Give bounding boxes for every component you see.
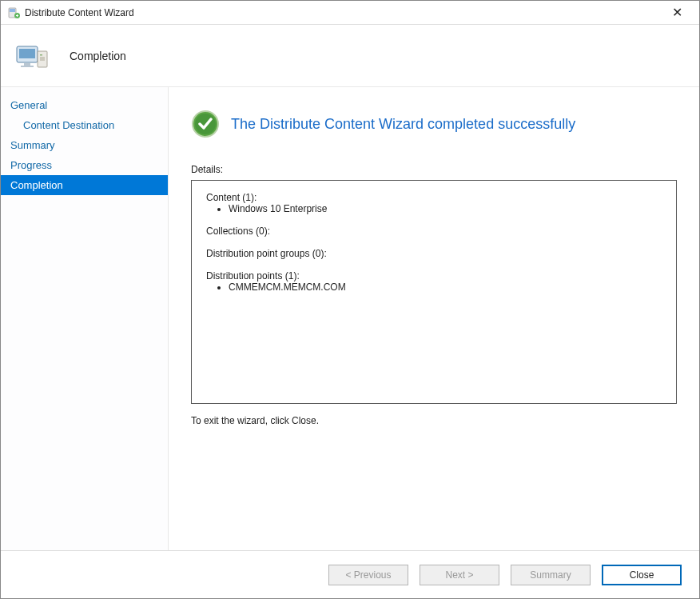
close-icon[interactable]: ✕	[661, 5, 693, 20]
main-panel: The Distribute Content Wizard completed …	[169, 87, 699, 550]
success-banner: The Distribute Content Wizard completed …	[191, 110, 677, 138]
svg-rect-5	[24, 63, 30, 66]
app-icon	[7, 6, 20, 19]
next-button: Next >	[420, 565, 499, 585]
details-dps-title: Distribution points (1):	[206, 270, 662, 282]
details-content-title: Content (1):	[206, 192, 662, 203]
details-collections-group: Collections (0):	[206, 226, 662, 237]
sidebar-item-progress[interactable]: Progress	[1, 155, 168, 175]
wizard-header: Completion	[1, 25, 699, 87]
titlebar: Distribute Content Wizard ✕	[1, 1, 699, 25]
wizard-window: Distribute Content Wizard ✕ Completion G…	[0, 0, 700, 599]
check-circle-icon	[191, 110, 220, 138]
svg-rect-4	[19, 49, 35, 58]
exit-hint: To exit the wizard, click Close.	[191, 415, 677, 426]
svg-rect-8	[40, 54, 42, 56]
close-button[interactable]: Close	[602, 565, 682, 585]
wizard-body: General Content Destination Summary Prog…	[1, 87, 699, 550]
window-title: Distribute Content Wizard	[25, 7, 134, 18]
details-content-group: Content (1): Windows 10 Enterprise	[206, 192, 662, 214]
details-collections-title: Collections (0):	[206, 226, 662, 237]
details-dps-item: CMMEMCM.MEMCM.COM	[229, 282, 662, 293]
previous-button: < Previous	[328, 565, 408, 585]
details-content-item: Windows 10 Enterprise	[229, 203, 662, 214]
svg-rect-1	[10, 9, 15, 12]
sidebar-item-summary[interactable]: Summary	[1, 135, 168, 155]
sidebar-item-general[interactable]: General	[1, 95, 168, 115]
details-dpgroups-group: Distribution point groups (0):	[206, 248, 662, 259]
details-dps-group: Distribution points (1): CMMEMCM.MEMCM.C…	[206, 270, 662, 293]
sidebar-item-completion[interactable]: Completion	[1, 175, 168, 195]
svg-rect-9	[40, 57, 45, 61]
details-dpgroups-title: Distribution point groups (0):	[206, 248, 662, 259]
page-title: Completion	[70, 50, 126, 62]
details-label: Details:	[191, 164, 677, 175]
sidebar: General Content Destination Summary Prog…	[1, 87, 169, 550]
success-message: The Distribute Content Wizard completed …	[231, 116, 575, 133]
details-box: Content (1): Windows 10 Enterprise Colle…	[191, 180, 677, 404]
computer-icon	[14, 37, 52, 75]
summary-button: Summary	[511, 565, 591, 585]
svg-rect-6	[21, 66, 34, 67]
footer: < Previous Next > Summary Close	[1, 550, 699, 598]
sidebar-item-content-destination[interactable]: Content Destination	[1, 115, 168, 135]
